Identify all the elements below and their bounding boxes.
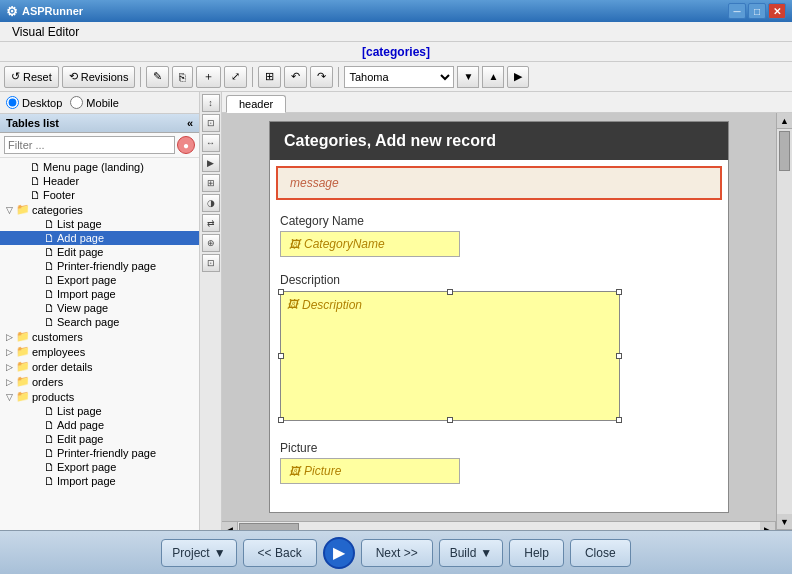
handle-bl — [278, 417, 284, 423]
more-button[interactable]: ▶ — [507, 66, 529, 88]
reset-button[interactable]: ↺ Reset — [4, 66, 59, 88]
form-section-picture: Picture 🖼 Picture — [270, 433, 728, 492]
tree-item-products[interactable]: ▽ 📁 products — [0, 389, 199, 404]
tree-item-search-page[interactable]: 🗋 Search page — [0, 315, 199, 329]
copy-button[interactable]: ⎘ — [172, 66, 193, 88]
app-icon: ⚙ — [6, 4, 18, 19]
tree-item-add-page[interactable]: 🗋 Add page — [0, 231, 199, 245]
v-scroll-down[interactable]: ▼ — [777, 514, 792, 530]
canvas-tab-header[interactable]: header — [226, 95, 286, 113]
tree-item-footer[interactable]: 🗋 Footer — [0, 188, 199, 202]
revisions-button[interactable]: ⟲ Revisions — [62, 66, 136, 88]
build-button[interactable]: Build ▼ — [439, 539, 504, 567]
tree-item-customers[interactable]: ▷ 📁 customers — [0, 329, 199, 344]
tree-item-edit-page[interactable]: 🗋 Edit page — [0, 245, 199, 259]
minimize-button[interactable]: ─ — [728, 3, 746, 19]
insert-button[interactable]: ＋ — [196, 66, 221, 88]
mid-btn-3[interactable]: ↔ — [202, 134, 220, 152]
page-icon: 🗋 — [44, 274, 55, 286]
mid-btn-6[interactable]: ◑ — [202, 194, 220, 212]
expander-products[interactable]: ▽ — [2, 392, 16, 402]
tree-item-products-edit[interactable]: 🗋 Edit page — [0, 432, 199, 446]
mid-btn-5[interactable]: ⊞ — [202, 174, 220, 192]
edit-button[interactable]: ✎ — [146, 66, 169, 88]
desktop-radio-label[interactable]: Desktop — [6, 96, 62, 109]
handle-br — [616, 417, 622, 423]
tree-item-employees[interactable]: ▷ 📁 employees — [0, 344, 199, 359]
project-button[interactable]: Project ▼ — [161, 539, 236, 567]
h-scrollbar[interactable]: ◀ ▶ — [222, 521, 776, 530]
field-input-picture[interactable]: 🖼 Picture — [280, 458, 460, 484]
table-button[interactable]: ⊞ — [258, 66, 281, 88]
tree-item-products-import[interactable]: 🗋 Import page — [0, 474, 199, 488]
maximize-button[interactable]: □ — [748, 3, 766, 19]
h-scroll-thumb[interactable] — [239, 523, 299, 530]
expander-employees[interactable]: ▷ — [2, 347, 16, 357]
menu-visual-editor[interactable]: Visual Editor — [4, 23, 87, 41]
run-button[interactable]: ▶ — [323, 537, 355, 569]
v-scroll-thumb[interactable] — [779, 131, 790, 171]
tree-item-printer-page[interactable]: 🗋 Printer-friendly page — [0, 259, 199, 273]
canvas-area: header Categories, Add new record messag… — [222, 92, 792, 530]
help-button[interactable]: Help — [509, 539, 564, 567]
v-scrollbar[interactable]: ▲ ▼ — [776, 113, 792, 530]
redo-button[interactable]: ↷ — [310, 66, 333, 88]
move-button[interactable]: ⤢ — [224, 66, 247, 88]
expander-order-details[interactable]: ▷ — [2, 362, 16, 372]
font-size-down[interactable]: ▼ — [457, 66, 479, 88]
collapse-icon[interactable]: « — [187, 117, 193, 129]
font-select[interactable]: Tahoma — [344, 66, 454, 88]
tree-item-orders[interactable]: ▷ 📁 orders — [0, 374, 199, 389]
window-controls: ─ □ ✕ — [728, 3, 786, 19]
mid-btn-8[interactable]: ⊕ — [202, 234, 220, 252]
canvas-scroll[interactable]: Categories, Add new record message Categ… — [222, 113, 776, 530]
message-box[interactable]: message — [276, 166, 722, 200]
mobile-radio-label[interactable]: Mobile — [70, 96, 118, 109]
folder-icon: 📁 — [16, 345, 30, 358]
tree-item-products-list[interactable]: 🗋 List page — [0, 404, 199, 418]
tree-item-products-export[interactable]: 🗋 Export page — [0, 460, 199, 474]
font-size-up[interactable]: ▲ — [482, 66, 504, 88]
tree-item-view-page[interactable]: 🗋 View page — [0, 301, 199, 315]
tree-item-products-add[interactable]: 🗋 Add page — [0, 418, 199, 432]
canvas-tabs: header — [222, 92, 792, 113]
build-dropdown-icon: ▼ — [480, 546, 492, 560]
undo-button[interactable]: ↶ — [284, 66, 307, 88]
close-button[interactable]: ✕ — [768, 3, 786, 19]
field-input-category-name[interactable]: 🖼 CategoryName — [280, 231, 460, 257]
tree-item-list-page[interactable]: 🗋 List page — [0, 217, 199, 231]
tree-item-order-details[interactable]: ▷ 📁 order details — [0, 359, 199, 374]
mobile-radio[interactable] — [70, 96, 83, 109]
h-scroll-right[interactable]: ▶ — [760, 522, 776, 531]
mid-btn-2[interactable]: ⊡ — [202, 114, 220, 132]
filter-input[interactable] — [4, 136, 175, 154]
back-button[interactable]: << Back — [243, 539, 317, 567]
field-label-category-name: Category Name — [280, 214, 718, 228]
v-scroll-up[interactable]: ▲ — [777, 113, 792, 129]
expander-categories[interactable]: ▽ — [2, 205, 16, 215]
desktop-radio[interactable] — [6, 96, 19, 109]
run-icon: ▶ — [333, 543, 345, 562]
page-icon: 🗋 — [44, 475, 55, 487]
filter-go-button[interactable]: ● — [177, 136, 195, 154]
expander-orders[interactable]: ▷ — [2, 377, 16, 387]
tree-item-header[interactable]: 🗋 Header — [0, 174, 199, 188]
tree-item-export-page[interactable]: 🗋 Export page — [0, 273, 199, 287]
expander-customers[interactable]: ▷ — [2, 332, 16, 342]
tree-item-menu-page[interactable]: 🗋 Menu page (landing) — [0, 160, 199, 174]
tree-item-import-page[interactable]: 🗋 Import page — [0, 287, 199, 301]
page-icon: 🗋 — [44, 288, 55, 300]
mid-btn-4[interactable]: ▶ — [202, 154, 220, 172]
h-scroll-track[interactable] — [238, 522, 760, 530]
tree-item-categories[interactable]: ▽ 📁 categories — [0, 202, 199, 217]
mid-btn-7[interactable]: ⇄ — [202, 214, 220, 232]
next-button[interactable]: Next >> — [361, 539, 433, 567]
mid-btn-9[interactable]: ⊡ — [202, 254, 220, 272]
field-textarea-description[interactable]: 🖼 Description — [280, 291, 620, 421]
more-icon: ▶ — [514, 70, 522, 83]
mid-btn-1[interactable]: ↕ — [202, 94, 220, 112]
folder-icon: 📁 — [16, 375, 30, 388]
h-scroll-left[interactable]: ◀ — [222, 522, 238, 531]
tree-item-products-printer[interactable]: 🗋 Printer-friendly page — [0, 446, 199, 460]
close-nav-button[interactable]: Close — [570, 539, 631, 567]
